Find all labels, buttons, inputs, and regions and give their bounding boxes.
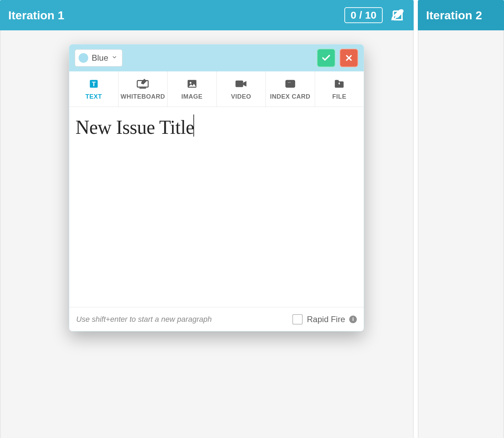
column-body[interactable] xyxy=(418,30,504,438)
tab-whiteboard[interactable]: WHITEBOARD xyxy=(119,71,168,107)
tab-label: TEXT xyxy=(85,93,102,100)
svg-rect-13 xyxy=(287,84,293,85)
svg-rect-15 xyxy=(339,82,340,84)
text-icon: T xyxy=(88,78,100,90)
tab-label: VIDEO xyxy=(231,93,251,100)
content-type-tabs: T TEXT WHITEBOARD IMAGE VIDEO I xyxy=(69,71,364,107)
svg-point-9 xyxy=(190,82,191,83)
indexcard-icon xyxy=(284,78,296,90)
file-icon xyxy=(333,78,345,90)
svg-rect-12 xyxy=(287,82,291,83)
rapid-fire-toggle: Rapid Fire i xyxy=(292,314,357,325)
color-swatch-icon xyxy=(79,53,88,63)
tab-file[interactable]: FILE xyxy=(315,71,364,107)
new-issue-card: Blue T TEXT WHITEBOARD xyxy=(69,44,364,331)
column-header-actions: 0 / 10 xyxy=(344,7,405,23)
tab-label: FILE xyxy=(332,93,346,100)
confirm-button[interactable] xyxy=(317,49,335,67)
video-icon xyxy=(234,78,248,90)
card-header-actions xyxy=(317,49,358,67)
issue-title-input[interactable]: New Issue Title xyxy=(75,117,194,138)
column-header: Iteration 1 0 / 10 xyxy=(0,0,414,30)
tab-label: IMAGE xyxy=(181,93,203,100)
chevron-down-icon xyxy=(112,54,117,61)
rapid-fire-checkbox[interactable] xyxy=(292,314,303,325)
column-iteration-2: Iteration 2 xyxy=(418,0,504,438)
whiteboard-icon xyxy=(136,78,149,90)
tab-label: INDEX CARD xyxy=(270,93,310,100)
edit-icon[interactable] xyxy=(392,8,405,22)
tab-video[interactable]: VIDEO xyxy=(217,71,266,107)
svg-text:T: T xyxy=(92,80,96,88)
rapid-fire-label: Rapid Fire xyxy=(307,315,345,324)
card-header: Blue xyxy=(69,44,364,71)
tab-indexcard[interactable]: INDEX CARD xyxy=(266,71,315,107)
column-counter: 0 / 10 xyxy=(344,7,383,23)
info-icon[interactable]: i xyxy=(349,316,357,323)
tab-text[interactable]: T TEXT xyxy=(69,71,119,107)
text-cursor xyxy=(193,115,194,137)
color-selector-label: Blue xyxy=(92,53,108,63)
column-title: Iteration 2 xyxy=(426,9,482,22)
column-title: Iteration 1 xyxy=(8,9,64,22)
cancel-button[interactable] xyxy=(340,49,358,67)
image-icon xyxy=(186,78,198,90)
column-header: Iteration 2 xyxy=(418,0,504,30)
card-footer: Use shift+enter to start a new paragraph… xyxy=(69,307,364,331)
svg-rect-10 xyxy=(235,80,243,87)
tab-image[interactable]: IMAGE xyxy=(168,71,217,107)
editor-area[interactable]: New Issue Title xyxy=(69,107,364,307)
tab-label: WHITEBOARD xyxy=(121,93,165,100)
color-selector[interactable]: Blue xyxy=(75,49,122,67)
footer-hint: Use shift+enter to start a new paragraph xyxy=(76,315,212,324)
